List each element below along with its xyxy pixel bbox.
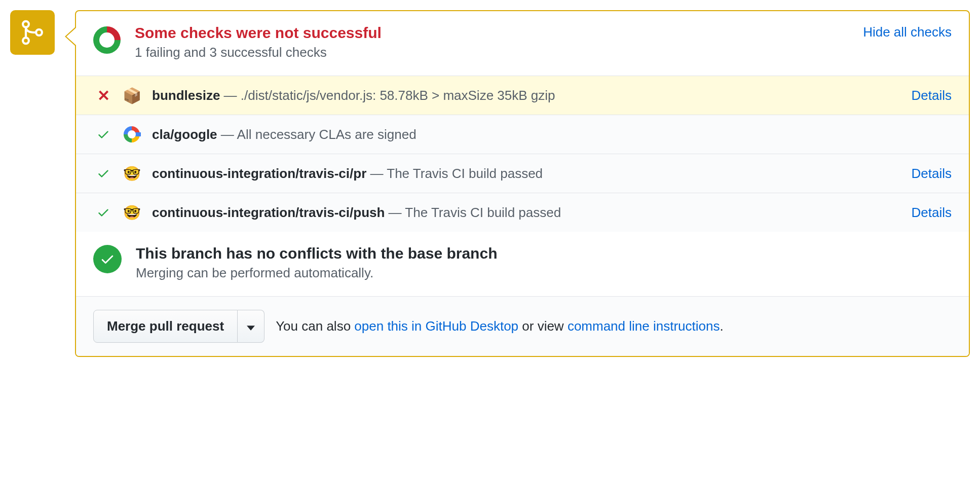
merge-pull-request-button[interactable]: Merge pull request <box>93 310 238 343</box>
command-line-instructions-link[interactable]: command line instructions <box>568 318 720 334</box>
check-desc: — All necessary CLAs are signed <box>221 127 417 142</box>
check-icon <box>97 206 110 219</box>
check-icon <box>97 128 110 141</box>
google-app-icon <box>123 125 141 143</box>
merge-footer: Merge pull request You can also open thi… <box>76 296 969 356</box>
merge-footer-text: You can also open this in GitHub Desktop… <box>276 318 724 334</box>
check-name: continuous-integration/travis-ci/pr <box>152 166 366 181</box>
git-merge-badge <box>10 10 55 55</box>
merge-ok-icon <box>93 245 122 273</box>
merge-conflict-section: This branch has no conflicts with the ba… <box>76 232 969 296</box>
open-github-desktop-link[interactable]: open this in GitHub Desktop <box>354 318 518 334</box>
merge-status-panel: Some checks were not successful 1 failin… <box>75 10 970 357</box>
checks-summary-title: Some checks were not successful <box>135 24 863 42</box>
check-row: 🤓 continuous-integration/travis-ci/pr — … <box>76 154 969 193</box>
check-name: continuous-integration/travis-ci/push <box>152 205 385 220</box>
check-details-link[interactable]: Details <box>912 166 952 182</box>
merge-button-group: Merge pull request <box>93 310 265 343</box>
check-details-link[interactable]: Details <box>912 88 952 103</box>
status-fail-icon: ✕ <box>93 87 114 104</box>
bundlesize-app-icon: 📦 <box>123 86 141 104</box>
check-icon <box>97 167 110 180</box>
check-icon <box>100 252 115 267</box>
svg-point-0 <box>23 21 29 27</box>
check-desc: — ./dist/static/js/vendor.js: 58.78kB > … <box>224 88 555 103</box>
svg-point-1 <box>23 38 29 44</box>
check-row: ✕ 📦 bundlesize — ./dist/static/js/vendor… <box>76 76 969 115</box>
check-name: bundlesize <box>152 88 220 103</box>
git-merge-icon <box>19 19 46 46</box>
status-pass-icon <box>93 206 114 219</box>
check-desc: — The Travis CI build passed <box>389 205 561 220</box>
merge-options-dropdown-button[interactable] <box>238 310 265 343</box>
travis-app-icon: 🤓 <box>123 164 141 183</box>
caret-down-icon <box>247 326 255 331</box>
travis-app-icon: 🤓 <box>123 203 141 222</box>
check-desc: — The Travis CI build passed <box>370 166 543 181</box>
check-row: 🤓 continuous-integration/travis-ci/push … <box>76 193 969 232</box>
check-name: cla/google <box>152 127 217 142</box>
checks-summary-subtitle: 1 failing and 3 successful checks <box>135 45 863 60</box>
hide-all-checks-link[interactable]: Hide all checks <box>863 24 952 40</box>
status-pass-icon <box>93 167 114 180</box>
svg-point-2 <box>36 29 42 35</box>
status-pass-icon <box>93 128 114 141</box>
checks-summary-section: Some checks were not successful 1 failin… <box>76 11 969 76</box>
merge-subtitle: Merging can be performed automatically. <box>136 265 952 281</box>
check-details-link[interactable]: Details <box>912 205 952 221</box>
checks-list: ✕ 📦 bundlesize — ./dist/static/js/vendor… <box>76 76 969 232</box>
merge-title: This branch has no conflicts with the ba… <box>136 245 952 262</box>
x-icon: ✕ <box>97 87 110 104</box>
status-donut-icon <box>93 26 121 54</box>
check-row: cla/google — All necessary CLAs are sign… <box>76 115 969 154</box>
